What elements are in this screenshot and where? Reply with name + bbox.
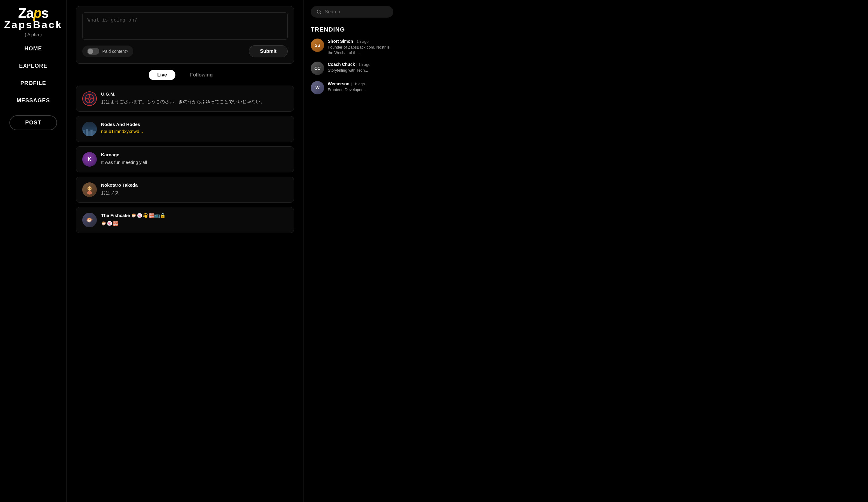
avatar-fishcake: 🐡	[82, 213, 97, 227]
fishcake-avatar-emoji: 🐡	[86, 217, 93, 223]
karnage-avatar-letter: K	[88, 157, 91, 162]
svg-point-13	[87, 187, 89, 189]
feed-post-fishcake: 🐡 The Fishcake 🐡🍥👋🧱📺🔒 🐡🍥🧱	[76, 207, 294, 233]
post-text-ugm: おはようございます。もうこのさい、きのうからふゆってことでいいじゃない。	[101, 98, 288, 105]
tab-live[interactable]: Live	[149, 70, 175, 80]
trending-body-coach-chuck: Coach Chuck | 1h ago Storytelling with T…	[328, 62, 393, 73]
post-body-fishcake: The Fishcake 🐡🍥👋🧱📺🔒 🐡🍥🧱	[101, 213, 288, 227]
main-feed: Paid content? Submit Live Following U.G.…	[67, 0, 303, 502]
post-text-fishcake: 🐡🍥🧱	[101, 220, 288, 227]
logo-back-text: ZapsBack	[4, 19, 63, 31]
nodes-avatar-icon	[82, 127, 97, 136]
sidebar: Zaps ZapsBack ( Alpha ) HOME EXPLORE PRO…	[0, 0, 67, 502]
trending-name-short-simon: Short Simon	[328, 39, 353, 44]
feed-post-ugm: U.G.M. おはようございます。もうこのさい、きのうからふゆってことでいいじゃ…	[76, 85, 294, 112]
avatar-ugm	[82, 91, 97, 106]
logo-alpha: ( Alpha )	[25, 32, 42, 37]
post-author-nokotaro: Nokotaro Takeda	[101, 182, 288, 187]
toggle-knob	[88, 49, 93, 54]
search-input[interactable]	[325, 9, 388, 14]
post-body-nokotaro: Nokotaro Takeda おはノス	[101, 182, 288, 197]
nokotaro-avatar-icon	[85, 185, 94, 195]
trending-time-coach-chuck: | 1h ago	[356, 62, 371, 67]
post-author-nodes: Nodes And Hodes	[101, 122, 288, 127]
svg-point-16	[90, 188, 91, 189]
post-author-ugm: U.G.M.	[101, 91, 288, 96]
svg-point-15	[89, 188, 89, 189]
feed-post-nodes: Nodes And Hodes npub1rmndxyxnwd...	[76, 116, 294, 142]
trending-desc-wemerson: Frontend Developer...	[328, 87, 393, 93]
svg-point-12	[87, 191, 92, 195]
post-text-karnage: It was fun meeting y'all	[101, 159, 288, 166]
feed-tabs: Live Following	[76, 70, 294, 80]
post-actions: Paid content? Submit	[82, 45, 288, 57]
compose-box: Paid content? Submit	[76, 6, 294, 64]
post-button[interactable]: POST	[9, 115, 57, 130]
svg-point-1	[88, 98, 91, 100]
feed-post-karnage: K Karnage It was fun meeting y'all	[76, 146, 294, 172]
svg-line-18	[320, 13, 321, 14]
avatar-nodes	[82, 122, 97, 136]
trending-item-wemerson[interactable]: W Wemerson | 1h ago Frontend Developer..…	[311, 81, 393, 94]
ugm-icon	[84, 93, 95, 104]
post-body-nodes: Nodes And Hodes npub1rmndxyxnwd...	[101, 122, 288, 136]
nav-messages[interactable]: MESSAGES	[0, 92, 66, 109]
trending-time-wemerson: | 1h ago	[351, 82, 365, 86]
trending-body-short-simon: Short Simon | 1h ago Founder of ZapsBack…	[328, 39, 393, 55]
submit-button[interactable]: Submit	[249, 45, 288, 57]
paid-content-label: Paid content?	[102, 49, 128, 54]
avatar-karnage: K	[82, 152, 97, 167]
compose-textarea[interactable]	[82, 12, 288, 40]
svg-rect-9	[91, 130, 93, 136]
logo-area: Zaps ZapsBack ( Alpha )	[4, 6, 63, 37]
tab-following[interactable]: Following	[182, 70, 221, 80]
avatar-wemerson: W	[311, 81, 324, 94]
feed-post-nokotaro: Nokotaro Takeda おはノス	[76, 177, 294, 203]
search-bar	[311, 6, 393, 18]
trending-desc-coach-chuck: Storytelling with Tech...	[328, 68, 393, 73]
right-sidebar: TRENDING SS Short Simon | 1h ago Founder…	[303, 0, 401, 502]
paid-content-toggle[interactable]	[87, 48, 99, 55]
trending-title: TRENDING	[311, 26, 393, 33]
nav-profile[interactable]: PROFILE	[0, 75, 66, 92]
trending-name-coach-chuck: Coach Chuck	[328, 62, 355, 67]
trending-body-wemerson: Wemerson | 1h ago Frontend Developer...	[328, 81, 393, 93]
svg-rect-7	[86, 129, 88, 136]
trending-time-short-simon: | 1h ago	[354, 39, 369, 44]
trending-item-coach-chuck[interactable]: CC Coach Chuck | 1h ago Storytelling wit…	[311, 62, 393, 75]
logo: Zaps	[18, 6, 48, 20]
avatar-nokotaro	[82, 182, 97, 197]
trending-name-wemerson: Wemerson	[328, 81, 349, 86]
svg-rect-8	[88, 131, 90, 136]
trending-desc-short-simon: Founder of ZapsBack.com. Nostr is the We…	[328, 44, 393, 55]
post-body-karnage: Karnage It was fun meeting y'all	[101, 152, 288, 167]
post-author-fishcake: The Fishcake 🐡🍥👋🧱📺🔒	[101, 213, 288, 218]
avatar-coach-chuck: CC	[311, 62, 324, 75]
post-author-karnage: Karnage	[101, 152, 288, 157]
svg-rect-6	[83, 130, 85, 136]
avatar-short-simon: SS	[311, 39, 324, 52]
post-body-ugm: U.G.M. おはようございます。もうこのさい、きのうからふゆってことでいいじゃ…	[101, 91, 288, 106]
nav-explore[interactable]: EXPLORE	[0, 57, 66, 75]
nav-home[interactable]: HOME	[0, 40, 66, 57]
paid-content-toggle-area: Paid content?	[82, 45, 133, 57]
post-text-nokotaro: おはノス	[101, 189, 288, 196]
trending-item-short-simon[interactable]: SS Short Simon | 1h ago Founder of ZapsB…	[311, 39, 393, 55]
post-link-nodes[interactable]: npub1rmndxyxnwd...	[101, 129, 288, 134]
svg-rect-10	[93, 131, 96, 136]
svg-point-14	[91, 187, 92, 189]
search-icon	[316, 9, 322, 14]
